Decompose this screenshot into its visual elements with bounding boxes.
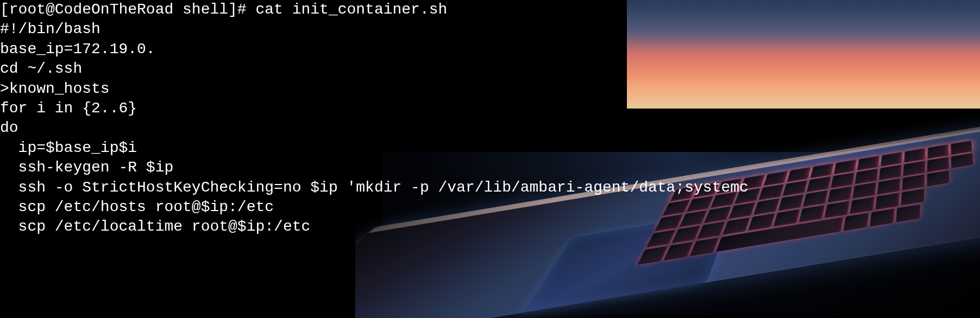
terminal-line: >known_hosts [0,79,980,99]
terminal-line: scp /etc/hosts root@$ip:/etc [0,198,980,217]
terminal-line: ssh-keygen -R $ip [0,158,980,177]
terminal-output[interactable]: [root@CodeOnTheRoad shell]# cat init_con… [0,0,980,237]
terminal-line: do [0,118,980,138]
terminal-line: for i in {2..6} [0,99,980,118]
terminal-line: #!/bin/bash [0,20,980,39]
terminal-line: [root@CodeOnTheRoad shell]# cat init_con… [0,0,980,20]
terminal-line: base_ip=172.19.0. [0,40,980,59]
terminal-line: ip=$base_ip$i [0,138,980,158]
terminal-line: scp /etc/localtime root@$ip:/etc [0,217,980,237]
terminal-line: cd ~/.ssh [0,59,980,79]
terminal-line: ssh -o StrictHostKeyChecking=no $ip 'mkd… [0,178,980,198]
